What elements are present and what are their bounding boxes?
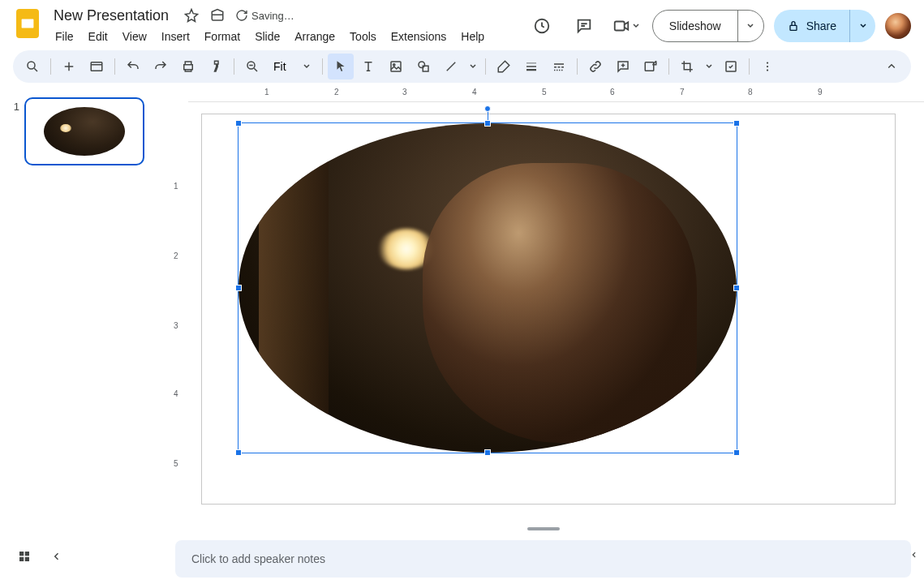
- resize-handle-tl[interactable]: [235, 120, 242, 127]
- svg-rect-17: [554, 63, 564, 65]
- speaker-notes[interactable]: Click to add speaker notes: [175, 540, 911, 578]
- slides-logo-icon[interactable]: [13, 9, 42, 38]
- document-title[interactable]: New Presentation: [49, 6, 174, 26]
- menu-edit[interactable]: Edit: [82, 27, 114, 46]
- speaker-notes-resize-handle[interactable]: [527, 527, 560, 530]
- ruler-h-tick: 2: [334, 88, 339, 97]
- ruler-vertical[interactable]: 1 2 3 4 5: [162, 102, 188, 534]
- image-icon[interactable]: [383, 54, 409, 79]
- menu-format[interactable]: Format: [198, 27, 247, 46]
- saving-status: Saving…: [235, 9, 294, 22]
- layout-icon[interactable]: [84, 54, 110, 79]
- svg-rect-31: [25, 552, 29, 556]
- resize-handle-bm[interactable]: [484, 449, 491, 456]
- separator: [234, 58, 234, 75]
- star-icon[interactable]: [183, 7, 200, 24]
- resize-handle-bl[interactable]: [235, 449, 242, 456]
- menu-insert[interactable]: Insert: [155, 27, 196, 46]
- bottom-left-controls: [13, 545, 68, 568]
- saving-label: Saving…: [251, 10, 294, 22]
- menu-file[interactable]: File: [49, 27, 80, 46]
- menu-help[interactable]: Help: [454, 27, 491, 46]
- filmstrip: 1: [0, 88, 162, 534]
- lock-icon: [787, 19, 800, 32]
- comments-icon[interactable]: [568, 10, 600, 42]
- ruler-h-tick: 5: [542, 88, 547, 97]
- meet-icon[interactable]: [610, 10, 643, 42]
- slide-canvas[interactable]: [201, 114, 896, 505]
- slideshow-button[interactable]: Slideshow: [653, 11, 737, 41]
- separator: [577, 58, 578, 75]
- slideshow-dropdown[interactable]: [737, 11, 763, 41]
- svg-rect-21: [554, 70, 556, 71]
- share-label: Share: [806, 19, 836, 32]
- collapse-toolbar-icon[interactable]: [879, 54, 905, 79]
- menu-tools[interactable]: Tools: [343, 27, 383, 46]
- slideshow-group: Slideshow: [652, 10, 764, 42]
- ruler-horizontal[interactable]: 1 2 3 4 5 6 7 8 9: [188, 88, 924, 102]
- resize-handle-tr[interactable]: [733, 120, 740, 127]
- border-weight-icon[interactable]: [518, 54, 544, 79]
- slide-thumb-wrap: 1: [6, 97, 156, 165]
- search-menus-icon[interactable]: [19, 54, 45, 79]
- reset-image-icon[interactable]: [718, 54, 744, 79]
- link-icon[interactable]: [582, 54, 608, 79]
- ruler-h-tick: 3: [402, 88, 407, 97]
- svg-rect-1: [21, 19, 34, 28]
- share-button[interactable]: Share: [774, 10, 849, 42]
- svg-point-29: [766, 69, 767, 71]
- border-dash-icon[interactable]: [546, 54, 572, 79]
- menu-slide[interactable]: Slide: [248, 27, 286, 46]
- new-slide-icon[interactable]: [56, 54, 82, 79]
- paint-format-icon[interactable]: [203, 54, 229, 79]
- menu-arrange[interactable]: Arrange: [288, 27, 342, 46]
- move-icon[interactable]: [209, 7, 226, 24]
- svg-point-12: [419, 62, 425, 68]
- rotate-handle[interactable]: [484, 105, 491, 112]
- ruler-v-tick: 1: [174, 182, 178, 191]
- undo-icon[interactable]: [120, 54, 146, 79]
- menu-view[interactable]: View: [116, 27, 153, 46]
- collapse-filmstrip-icon[interactable]: [45, 545, 68, 568]
- side-panel-tab[interactable]: [905, 539, 924, 571]
- grid-view-icon[interactable]: [13, 545, 36, 568]
- title-area: New Presentation Saving… File Edit View …: [49, 6, 491, 46]
- replace-image-icon[interactable]: [638, 54, 664, 79]
- line-icon[interactable]: [438, 54, 464, 79]
- select-tool-icon[interactable]: [328, 54, 354, 79]
- svg-point-11: [393, 64, 394, 66]
- history-icon[interactable]: [526, 10, 558, 42]
- crop-dropdown-icon[interactable]: [702, 54, 716, 79]
- resize-handle-ml[interactable]: [235, 285, 242, 291]
- resize-handle-tm[interactable]: [484, 120, 491, 127]
- resize-handle-mr[interactable]: [733, 285, 740, 291]
- print-icon[interactable]: [175, 54, 201, 79]
- more-icon[interactable]: [754, 54, 780, 79]
- share-dropdown[interactable]: [849, 10, 875, 42]
- account-avatar[interactable]: [885, 13, 911, 39]
- zoom-out-icon[interactable]: [239, 54, 265, 79]
- svg-rect-20: [561, 67, 564, 68]
- line-dropdown-icon[interactable]: [466, 54, 480, 79]
- svg-rect-30: [19, 552, 24, 556]
- ruler-h-tick: 9: [818, 88, 823, 97]
- slide-thumbnail-1[interactable]: [24, 97, 144, 165]
- menu-extensions[interactable]: Extensions: [385, 27, 453, 46]
- textbox-icon[interactable]: [355, 54, 381, 79]
- title-row: New Presentation Saving…: [49, 6, 491, 25]
- oval-masked-image[interactable]: [239, 123, 737, 453]
- comment-add-icon[interactable]: [610, 54, 636, 79]
- shape-icon[interactable]: [410, 54, 436, 79]
- zoom-value: Fit: [273, 60, 286, 73]
- separator: [50, 58, 51, 75]
- separator: [485, 58, 486, 75]
- crop-icon[interactable]: [674, 54, 700, 79]
- redo-icon[interactable]: [148, 54, 174, 79]
- image-selection[interactable]: [238, 122, 737, 453]
- resize-handle-br[interactable]: [733, 449, 740, 456]
- zoom-select[interactable]: Fit: [267, 60, 317, 73]
- ruler-h-tick: 8: [748, 88, 753, 97]
- border-color-icon[interactable]: [491, 54, 517, 79]
- chevron-down-icon: [303, 62, 311, 71]
- toolbar-wrap: Fit: [0, 45, 924, 88]
